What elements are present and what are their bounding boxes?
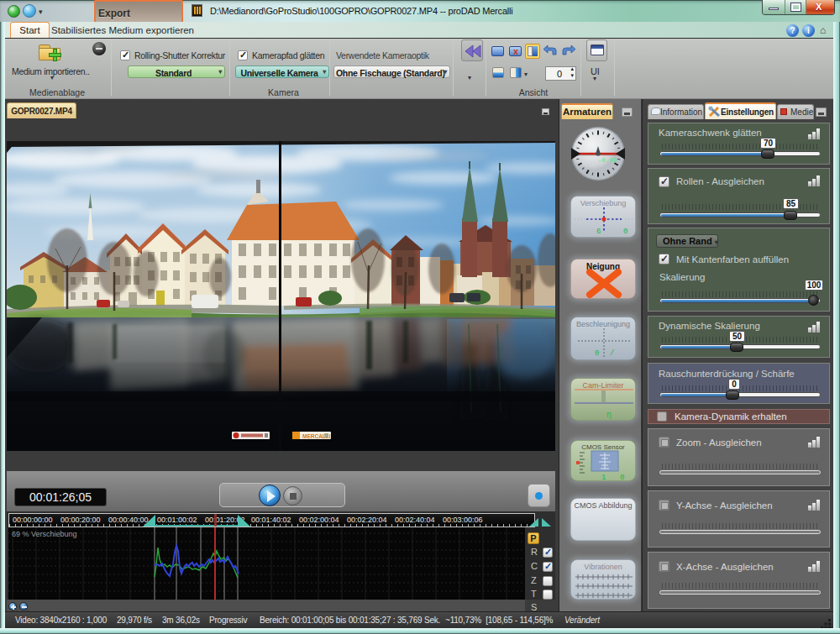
svg-text:0: 0 bbox=[620, 474, 624, 482]
svg-text:0: 0 bbox=[623, 228, 627, 236]
svg-text:-0.09: -0.09 bbox=[598, 157, 617, 164]
svg-text:1: 1 bbox=[601, 474, 606, 482]
svg-text:/: / bbox=[610, 349, 614, 358]
svg-text:η: η bbox=[606, 411, 612, 420]
svg-text:0: 0 bbox=[595, 349, 599, 358]
svg-text:6: 6 bbox=[596, 228, 601, 236]
